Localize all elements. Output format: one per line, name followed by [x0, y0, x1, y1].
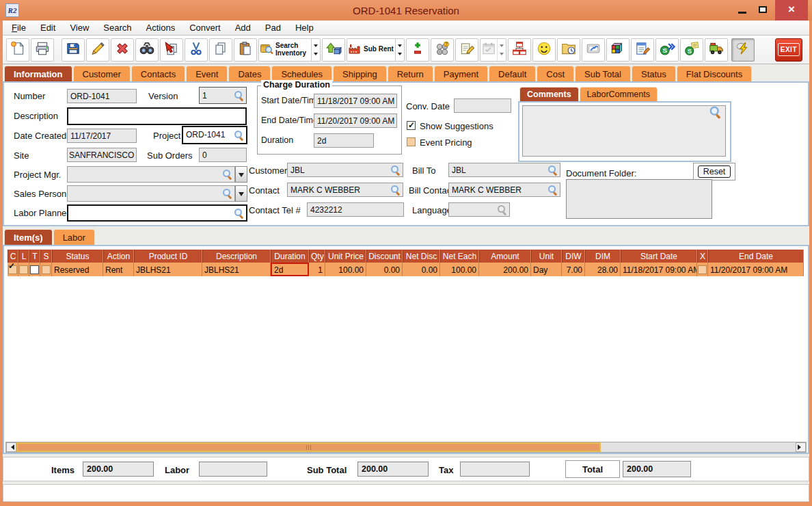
description-input[interactable]: [67, 107, 247, 125]
cell-description[interactable]: JBLHS21: [202, 263, 271, 276]
menu-add[interactable]: Add: [235, 23, 251, 33]
menu-file[interactable]: File: [12, 23, 26, 33]
reset-button[interactable]: Reset: [698, 165, 731, 178]
col-header-action[interactable]: Action: [103, 250, 134, 263]
cell-discount[interactable]: 0.00: [366, 263, 403, 276]
copy-order-button[interactable]: [160, 38, 183, 62]
project-lookup-icon[interactable]: [234, 131, 244, 140]
exit-button[interactable]: EXIT: [775, 38, 802, 62]
col-header-discount[interactable]: Discount: [366, 250, 403, 263]
bill-to-field[interactable]: JBL: [448, 163, 560, 177]
close-button[interactable]: ×: [775, 0, 808, 21]
menu-view[interactable]: View: [70, 23, 89, 33]
version-field[interactable]: 1: [199, 87, 247, 104]
menu-pad[interactable]: Pad: [265, 23, 281, 33]
feedback-button[interactable]: [532, 38, 556, 62]
col-header-unit[interactable]: Unit: [531, 250, 562, 263]
minimize-button[interactable]: [733, 0, 752, 21]
tab-payment[interactable]: Payment: [434, 66, 488, 81]
tab-flat-discounts[interactable]: Flat Discounts: [677, 66, 752, 81]
col-header-unit-price[interactable]: Unit Price: [325, 250, 366, 263]
new-order-button[interactable]: [6, 38, 29, 62]
row-checkbox-s[interactable]: [40, 263, 52, 276]
menu-help[interactable]: Help: [295, 23, 314, 33]
customer-field[interactable]: JBL: [287, 163, 403, 177]
sub-rent-button[interactable]: Sub Rent: [347, 38, 405, 62]
menu-convert[interactable]: Convert: [189, 23, 221, 33]
search-inventory-button[interactable]: Search Inventory: [258, 38, 321, 62]
version-lookup-icon[interactable]: [234, 91, 244, 101]
col-header-description[interactable]: Description: [202, 250, 271, 263]
cell-end-date[interactable]: 11/20/2017 09:00 AM: [708, 263, 804, 276]
cell-x-checkbox[interactable]: [697, 263, 708, 276]
tab-labor-comments[interactable]: LaborComments: [580, 87, 658, 101]
cell-action[interactable]: Rent: [103, 263, 134, 276]
comments-lookup-icon[interactable]: [710, 107, 722, 118]
find-button[interactable]: [135, 38, 159, 62]
cell-product-id[interactable]: JBLHS21: [134, 263, 202, 276]
cell-dim[interactable]: 28.00: [585, 263, 621, 276]
add-remove-button[interactable]: [406, 38, 429, 62]
send-button[interactable]: [582, 38, 605, 62]
scroll-left-arrow[interactable]: [6, 442, 16, 452]
col-header-product-id[interactable]: Product ID: [134, 250, 202, 263]
tab-items[interactable]: Item(s): [4, 229, 53, 245]
sales-person-field[interactable]: [67, 185, 235, 202]
tab-contacts[interactable]: Contacts: [131, 66, 185, 81]
cut-button[interactable]: [185, 38, 208, 62]
event-pricing-checkbox[interactable]: [407, 137, 416, 146]
cell-unit-price[interactable]: 100.00: [325, 263, 366, 276]
menu-actions[interactable]: Actions: [146, 23, 176, 33]
copy-button[interactable]: [209, 38, 232, 62]
col-header-net-disc[interactable]: Net Disc: [403, 250, 440, 263]
tab-status[interactable]: Status: [632, 66, 676, 81]
col-header-end-date[interactable]: End Date: [708, 250, 804, 263]
scroll-right-arrow[interactable]: [796, 442, 806, 452]
tab-shipping[interactable]: Shipping: [333, 66, 387, 81]
group-lookup-button[interactable]: ?: [431, 38, 454, 62]
sales-person-dropdown[interactable]: [235, 185, 247, 202]
customer-lookup-icon[interactable]: [391, 165, 401, 175]
col-header-diw[interactable]: DIW: [562, 250, 585, 263]
search-inventory-dropdown[interactable]: [311, 39, 320, 61]
delete-button[interactable]: [111, 38, 134, 62]
labor-planner-field[interactable]: [67, 204, 247, 222]
row-checkbox-t[interactable]: [29, 263, 40, 276]
org-chart-button[interactable]: [508, 38, 531, 62]
cell-start-date[interactable]: 11/18/2017 09:00 AM: [621, 263, 697, 276]
col-header-dim[interactable]: DIM: [585, 250, 621, 263]
col-header-qty[interactable]: Qty: [309, 250, 325, 263]
show-suggestions-checkbox[interactable]: [407, 121, 416, 130]
col-header-amount[interactable]: Amount: [479, 250, 531, 263]
tab-information[interactable]: Information: [4, 66, 72, 81]
col-header-status[interactable]: Status: [52, 250, 103, 263]
col-header-t[interactable]: T: [29, 250, 40, 263]
cell-status[interactable]: Reserved: [52, 263, 103, 276]
bill-contact-field[interactable]: MARK C WEBBER: [448, 183, 560, 197]
project-mgr-dropdown[interactable]: [235, 166, 247, 183]
cell-unit[interactable]: Day: [531, 263, 562, 276]
quick-action-button[interactable]: [731, 38, 755, 62]
print-button[interactable]: [31, 38, 54, 62]
col-header-l[interactable]: L: [18, 250, 29, 263]
tab-cost[interactable]: Cost: [537, 66, 574, 81]
paste-button[interactable]: [234, 38, 257, 62]
tab-labor[interactable]: Labor: [53, 229, 95, 245]
contact-field[interactable]: MARK C WEBBER: [287, 183, 403, 197]
bill-contact-lookup-icon[interactable]: [548, 185, 558, 195]
project-mgr-field[interactable]: [67, 166, 235, 183]
cell-duration[interactable]: 2d: [271, 263, 309, 276]
sub-rent-dropdown[interactable]: [395, 39, 404, 61]
cell-amount[interactable]: 200.00: [479, 263, 531, 276]
tab-event[interactable]: Event: [186, 66, 228, 81]
tab-default[interactable]: Default: [489, 66, 536, 81]
document-edit-button[interactable]: [631, 38, 654, 62]
tab-sub-total[interactable]: Sub Total: [575, 66, 631, 81]
menu-search[interactable]: Search: [103, 23, 131, 33]
col-header-x[interactable]: X: [697, 250, 708, 263]
cell-diw[interactable]: 7.00: [562, 263, 585, 276]
col-header-duration[interactable]: Duration: [271, 250, 309, 263]
tab-dates[interactable]: Dates: [228, 66, 271, 81]
tab-customer[interactable]: Customer: [73, 66, 131, 81]
sales-notes-button[interactable]: S: [680, 38, 703, 62]
